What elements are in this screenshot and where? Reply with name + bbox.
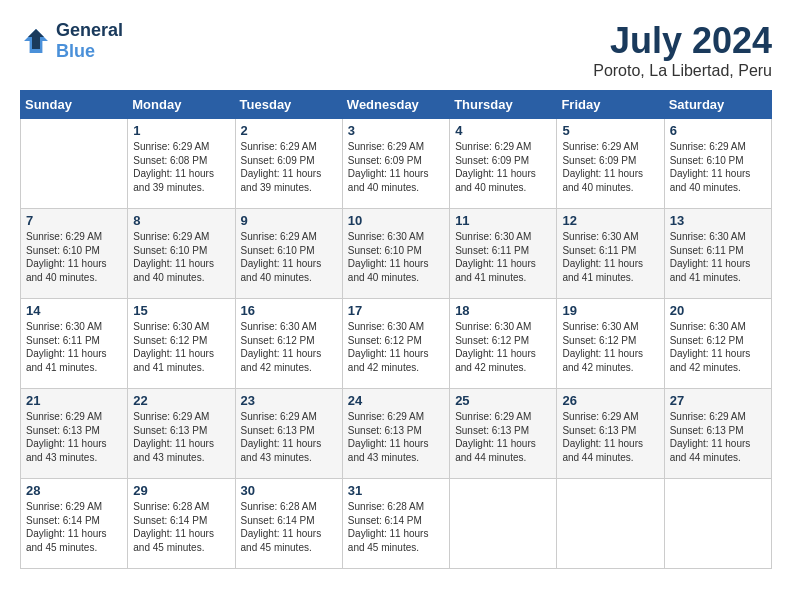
day-number: 13 (670, 213, 766, 228)
day-number: 23 (241, 393, 337, 408)
calendar-cell: 21Sunrise: 6:29 AM Sunset: 6:13 PM Dayli… (21, 389, 128, 479)
day-number: 12 (562, 213, 658, 228)
week-row-5: 28Sunrise: 6:29 AM Sunset: 6:14 PM Dayli… (21, 479, 772, 569)
day-detail: Sunrise: 6:30 AM Sunset: 6:12 PM Dayligh… (241, 320, 337, 374)
day-detail: Sunrise: 6:29 AM Sunset: 6:09 PM Dayligh… (348, 140, 444, 194)
calendar-table: SundayMondayTuesdayWednesdayThursdayFrid… (20, 90, 772, 569)
day-detail: Sunrise: 6:30 AM Sunset: 6:10 PM Dayligh… (348, 230, 444, 284)
page-header: General Blue July 2024 Poroto, La Libert… (20, 20, 772, 80)
week-row-3: 14Sunrise: 6:30 AM Sunset: 6:11 PM Dayli… (21, 299, 772, 389)
weekday-header-sunday: Sunday (21, 91, 128, 119)
day-number: 26 (562, 393, 658, 408)
day-number: 9 (241, 213, 337, 228)
day-detail: Sunrise: 6:30 AM Sunset: 6:12 PM Dayligh… (348, 320, 444, 374)
calendar-cell: 15Sunrise: 6:30 AM Sunset: 6:12 PM Dayli… (128, 299, 235, 389)
day-number: 6 (670, 123, 766, 138)
day-number: 19 (562, 303, 658, 318)
day-number: 3 (348, 123, 444, 138)
day-detail: Sunrise: 6:29 AM Sunset: 6:13 PM Dayligh… (133, 410, 229, 464)
calendar-cell: 24Sunrise: 6:29 AM Sunset: 6:13 PM Dayli… (342, 389, 449, 479)
day-detail: Sunrise: 6:30 AM Sunset: 6:12 PM Dayligh… (562, 320, 658, 374)
day-detail: Sunrise: 6:29 AM Sunset: 6:10 PM Dayligh… (241, 230, 337, 284)
calendar-cell: 11Sunrise: 6:30 AM Sunset: 6:11 PM Dayli… (450, 209, 557, 299)
day-number: 16 (241, 303, 337, 318)
day-detail: Sunrise: 6:29 AM Sunset: 6:13 PM Dayligh… (241, 410, 337, 464)
day-detail: Sunrise: 6:29 AM Sunset: 6:09 PM Dayligh… (241, 140, 337, 194)
day-number: 4 (455, 123, 551, 138)
day-number: 1 (133, 123, 229, 138)
calendar-cell: 20Sunrise: 6:30 AM Sunset: 6:12 PM Dayli… (664, 299, 771, 389)
calendar-cell: 6Sunrise: 6:29 AM Sunset: 6:10 PM Daylig… (664, 119, 771, 209)
calendar-cell: 28Sunrise: 6:29 AM Sunset: 6:14 PM Dayli… (21, 479, 128, 569)
calendar-cell: 5Sunrise: 6:29 AM Sunset: 6:09 PM Daylig… (557, 119, 664, 209)
day-detail: Sunrise: 6:29 AM Sunset: 6:13 PM Dayligh… (26, 410, 122, 464)
weekday-header-saturday: Saturday (664, 91, 771, 119)
day-detail: Sunrise: 6:29 AM Sunset: 6:13 PM Dayligh… (670, 410, 766, 464)
day-number: 30 (241, 483, 337, 498)
day-number: 15 (133, 303, 229, 318)
title-block: July 2024 Poroto, La Libertad, Peru (593, 20, 772, 80)
calendar-cell: 2Sunrise: 6:29 AM Sunset: 6:09 PM Daylig… (235, 119, 342, 209)
calendar-cell: 23Sunrise: 6:29 AM Sunset: 6:13 PM Dayli… (235, 389, 342, 479)
day-detail: Sunrise: 6:29 AM Sunset: 6:14 PM Dayligh… (26, 500, 122, 554)
calendar-cell (557, 479, 664, 569)
day-detail: Sunrise: 6:29 AM Sunset: 6:10 PM Dayligh… (133, 230, 229, 284)
day-number: 25 (455, 393, 551, 408)
calendar-cell: 7Sunrise: 6:29 AM Sunset: 6:10 PM Daylig… (21, 209, 128, 299)
logo: General Blue (20, 20, 123, 62)
weekday-header-monday: Monday (128, 91, 235, 119)
calendar-cell: 22Sunrise: 6:29 AM Sunset: 6:13 PM Dayli… (128, 389, 235, 479)
day-number: 10 (348, 213, 444, 228)
day-number: 5 (562, 123, 658, 138)
day-detail: Sunrise: 6:29 AM Sunset: 6:09 PM Dayligh… (562, 140, 658, 194)
day-detail: Sunrise: 6:28 AM Sunset: 6:14 PM Dayligh… (241, 500, 337, 554)
day-number: 11 (455, 213, 551, 228)
calendar-cell (21, 119, 128, 209)
weekday-header-wednesday: Wednesday (342, 91, 449, 119)
weekday-header-tuesday: Tuesday (235, 91, 342, 119)
day-number: 7 (26, 213, 122, 228)
calendar-cell: 16Sunrise: 6:30 AM Sunset: 6:12 PM Dayli… (235, 299, 342, 389)
day-number: 22 (133, 393, 229, 408)
calendar-cell: 17Sunrise: 6:30 AM Sunset: 6:12 PM Dayli… (342, 299, 449, 389)
day-detail: Sunrise: 6:28 AM Sunset: 6:14 PM Dayligh… (133, 500, 229, 554)
day-detail: Sunrise: 6:30 AM Sunset: 6:11 PM Dayligh… (562, 230, 658, 284)
day-number: 2 (241, 123, 337, 138)
week-row-4: 21Sunrise: 6:29 AM Sunset: 6:13 PM Dayli… (21, 389, 772, 479)
calendar-cell: 3Sunrise: 6:29 AM Sunset: 6:09 PM Daylig… (342, 119, 449, 209)
day-number: 31 (348, 483, 444, 498)
day-detail: Sunrise: 6:30 AM Sunset: 6:11 PM Dayligh… (455, 230, 551, 284)
calendar-cell: 27Sunrise: 6:29 AM Sunset: 6:13 PM Dayli… (664, 389, 771, 479)
day-number: 14 (26, 303, 122, 318)
week-row-1: 1Sunrise: 6:29 AM Sunset: 6:08 PM Daylig… (21, 119, 772, 209)
day-detail: Sunrise: 6:29 AM Sunset: 6:13 PM Dayligh… (348, 410, 444, 464)
day-detail: Sunrise: 6:30 AM Sunset: 6:12 PM Dayligh… (670, 320, 766, 374)
calendar-cell: 14Sunrise: 6:30 AM Sunset: 6:11 PM Dayli… (21, 299, 128, 389)
day-detail: Sunrise: 6:30 AM Sunset: 6:12 PM Dayligh… (455, 320, 551, 374)
day-detail: Sunrise: 6:30 AM Sunset: 6:11 PM Dayligh… (670, 230, 766, 284)
day-number: 17 (348, 303, 444, 318)
logo-icon (20, 25, 52, 57)
day-detail: Sunrise: 6:28 AM Sunset: 6:14 PM Dayligh… (348, 500, 444, 554)
calendar-cell: 29Sunrise: 6:28 AM Sunset: 6:14 PM Dayli… (128, 479, 235, 569)
location: Poroto, La Libertad, Peru (593, 62, 772, 80)
calendar-cell: 12Sunrise: 6:30 AM Sunset: 6:11 PM Dayli… (557, 209, 664, 299)
day-detail: Sunrise: 6:29 AM Sunset: 6:10 PM Dayligh… (670, 140, 766, 194)
day-number: 24 (348, 393, 444, 408)
day-detail: Sunrise: 6:29 AM Sunset: 6:13 PM Dayligh… (562, 410, 658, 464)
calendar-cell: 30Sunrise: 6:28 AM Sunset: 6:14 PM Dayli… (235, 479, 342, 569)
logo-text: General Blue (56, 20, 123, 62)
day-detail: Sunrise: 6:30 AM Sunset: 6:12 PM Dayligh… (133, 320, 229, 374)
weekday-header-row: SundayMondayTuesdayWednesdayThursdayFrid… (21, 91, 772, 119)
day-number: 29 (133, 483, 229, 498)
calendar-cell: 26Sunrise: 6:29 AM Sunset: 6:13 PM Dayli… (557, 389, 664, 479)
day-number: 27 (670, 393, 766, 408)
calendar-cell: 19Sunrise: 6:30 AM Sunset: 6:12 PM Dayli… (557, 299, 664, 389)
day-detail: Sunrise: 6:29 AM Sunset: 6:13 PM Dayligh… (455, 410, 551, 464)
day-number: 8 (133, 213, 229, 228)
calendar-cell: 10Sunrise: 6:30 AM Sunset: 6:10 PM Dayli… (342, 209, 449, 299)
day-number: 18 (455, 303, 551, 318)
calendar-cell: 4Sunrise: 6:29 AM Sunset: 6:09 PM Daylig… (450, 119, 557, 209)
calendar-cell: 8Sunrise: 6:29 AM Sunset: 6:10 PM Daylig… (128, 209, 235, 299)
calendar-cell: 31Sunrise: 6:28 AM Sunset: 6:14 PM Dayli… (342, 479, 449, 569)
